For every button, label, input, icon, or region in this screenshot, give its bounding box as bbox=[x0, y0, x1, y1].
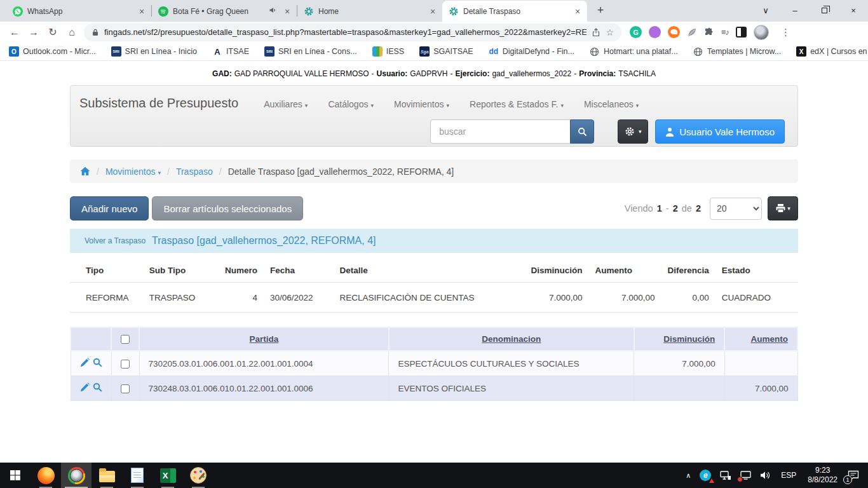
purple-cat-extension-icon[interactable] bbox=[649, 26, 661, 38]
bookmark-hotmart[interactable]: Hotmart: una plataf... bbox=[590, 46, 678, 57]
tab-search-chevron-icon[interactable]: ∨ bbox=[751, 0, 780, 20]
music-extension-icon[interactable]: ≡♪ bbox=[721, 27, 729, 37]
viewing-separator: - bbox=[666, 203, 669, 214]
tab-audio-icon[interactable] bbox=[269, 6, 278, 16]
reload-button[interactable]: ↻ bbox=[43, 23, 62, 42]
home-icon[interactable] bbox=[80, 166, 90, 176]
tab-whatsapp[interactable]: WhatsApp × bbox=[6, 1, 151, 22]
taskbar-file-explorer[interactable] bbox=[92, 463, 122, 488]
sort-denominacion-link[interactable]: Denominacion bbox=[482, 334, 541, 344]
darkreader-extension-icon[interactable] bbox=[736, 27, 747, 37]
window-close-button[interactable]: × bbox=[839, 0, 868, 20]
estado-cell: CUADRADO bbox=[715, 283, 798, 313]
back-button[interactable]: ← bbox=[5, 23, 24, 42]
notepad-icon bbox=[131, 468, 144, 483]
profile-avatar[interactable] bbox=[754, 25, 769, 40]
window-minimize-button[interactable]: – bbox=[780, 0, 810, 20]
start-button[interactable] bbox=[0, 463, 31, 488]
grammarly-extension-icon[interactable]: G bbox=[630, 26, 642, 38]
display-alert-tray-icon[interactable] bbox=[736, 463, 756, 488]
menu-movimientos[interactable]: Movimientos▾ bbox=[384, 99, 459, 109]
settings-gear-button[interactable]: ▾ bbox=[618, 119, 648, 144]
share-icon[interactable] bbox=[592, 28, 600, 37]
denominacion-cell: ESPECTÁCULOS CULTURALES Y SOCIALES bbox=[389, 351, 634, 376]
bookmark-label: edX | Cursos en líne... bbox=[810, 47, 868, 56]
tab-detalle-traspaso[interactable]: Detalle Traspaso × bbox=[442, 1, 587, 22]
taskbar-excel[interactable]: X bbox=[153, 463, 183, 488]
orange-extension-icon[interactable] bbox=[668, 26, 680, 38]
chrome-icon bbox=[68, 467, 85, 484]
keyboard-language[interactable]: ESP bbox=[775, 471, 802, 480]
tab-close-icon[interactable]: × bbox=[282, 6, 292, 17]
bookmark-edx[interactable]: XedX | Cursos en líne... bbox=[796, 46, 868, 57]
search-button[interactable] bbox=[570, 119, 594, 144]
back-to-traspaso-link[interactable]: Volver a Traspaso bbox=[85, 236, 146, 245]
network-tray-icon[interactable] bbox=[715, 463, 736, 488]
bookmark-itsae[interactable]: AITSAE bbox=[212, 46, 249, 57]
provincia-value: TSACHILA bbox=[618, 69, 656, 78]
bookmark-templates[interactable]: Templates | Microw... bbox=[693, 46, 781, 57]
traspaso-summary-table: Tipo Sub Tipo Numero Fecha Detalle Dismi… bbox=[70, 258, 798, 313]
page-size-select[interactable]: 20 bbox=[710, 198, 762, 220]
delete-selected-button[interactable]: Borrar artículos seleccionados bbox=[152, 196, 303, 220]
tray-expand-chevron-icon[interactable]: ∧ bbox=[681, 463, 695, 488]
add-new-button[interactable]: Añadir nuevo bbox=[70, 196, 149, 220]
sort-partida-link[interactable]: Partida bbox=[250, 334, 279, 344]
tab-close-icon[interactable]: × bbox=[573, 6, 583, 17]
tab-close-icon[interactable]: × bbox=[137, 6, 147, 17]
tab-title: Home bbox=[318, 7, 423, 16]
row-checkbox[interactable] bbox=[121, 360, 130, 369]
extensions-puzzle-icon[interactable] bbox=[704, 27, 714, 37]
taskbar-notepad[interactable] bbox=[122, 463, 153, 488]
clock[interactable]: 9:23 8/8/2022 bbox=[802, 466, 843, 485]
volume-tray-icon[interactable] bbox=[756, 463, 775, 488]
edit-pencil-icon[interactable] bbox=[80, 358, 90, 369]
bookmark-star-icon[interactable]: ☆ bbox=[606, 27, 614, 37]
bookmark-sgaitsae[interactable]: SgaSGAITSAE bbox=[419, 46, 473, 57]
banner-title: Traspaso [gad_vallehermos_2022, REFORMA,… bbox=[152, 235, 376, 247]
bookmark-digitaldefynd[interactable]: ddDigitalDefynd - Fin... bbox=[489, 46, 574, 57]
menu-miscelaneos[interactable]: Miscelaneos▾ bbox=[574, 99, 649, 109]
sort-aumento-link[interactable]: Aumento bbox=[751, 334, 789, 344]
tab-close-icon[interactable]: × bbox=[428, 6, 438, 17]
action-center-icon[interactable]: 1 bbox=[843, 463, 868, 488]
menu-reportes[interactable]: Reportes & Estados F.▾ bbox=[459, 99, 574, 109]
menu-catalogos[interactable]: Catálogos▾ bbox=[318, 99, 384, 109]
breadcrumb-movimientos[interactable]: Movimientos▾ bbox=[105, 166, 161, 177]
edit-pencil-icon[interactable] bbox=[80, 383, 90, 394]
bookmark-iess[interactable]: IESS bbox=[372, 46, 405, 57]
user-menu-button[interactable]: Usuario Vale Hermoso bbox=[655, 119, 785, 144]
breadcrumb-traspaso[interactable]: Traspaso bbox=[176, 166, 213, 177]
window-restore-button[interactable] bbox=[810, 0, 839, 20]
taskbar-paint[interactable] bbox=[183, 463, 214, 488]
col-disminucion: Disminución bbox=[524, 258, 588, 283]
partidas-table: Partida Denominacion Disminución Aumento… bbox=[70, 327, 798, 401]
print-button[interactable]: ▾ bbox=[768, 196, 798, 220]
view-magnifier-icon[interactable] bbox=[93, 358, 102, 369]
browser-menu-icon[interactable]: ⋮ bbox=[781, 27, 790, 38]
forward-button[interactable]: → bbox=[24, 23, 43, 42]
select-all-checkbox[interactable] bbox=[121, 335, 130, 344]
sort-disminucion-link[interactable]: Disminución bbox=[663, 334, 715, 344]
eset-tray-icon[interactable]: e bbox=[695, 463, 715, 488]
bookmark-sri-inicio[interactable]: SRISRI en Línea - Inicio bbox=[111, 46, 197, 57]
row-checkbox[interactable] bbox=[121, 384, 130, 393]
breadcrumb-separator: / bbox=[167, 166, 170, 177]
menu-auxiliares[interactable]: Auxiliares▾ bbox=[254, 99, 318, 109]
tab-home[interactable]: Home × bbox=[297, 1, 442, 22]
tab-spotify[interactable]: Bota Fé • Grag Queen × bbox=[152, 1, 297, 22]
feather-extension-icon[interactable] bbox=[687, 27, 697, 37]
new-tab-button[interactable]: + bbox=[592, 3, 609, 19]
viewing-from: 1 bbox=[657, 203, 662, 214]
view-magnifier-icon[interactable] bbox=[93, 383, 102, 394]
taskbar-chrome[interactable] bbox=[61, 463, 92, 488]
browser-home-button[interactable]: ⌂ bbox=[62, 23, 81, 42]
bookmark-outlook[interactable]: OOutlook.com - Micr... bbox=[9, 46, 96, 57]
taskbar-firefox[interactable] bbox=[31, 463, 61, 488]
address-bar[interactable]: fingads.net/sf2/presupuesto/detalle_tras… bbox=[84, 24, 621, 41]
viewing-to: 2 bbox=[673, 203, 678, 214]
actions-toolbar: Añadir nuevo Borrar artículos selecciona… bbox=[70, 196, 798, 220]
col-diferencia: Diferencia bbox=[661, 258, 715, 283]
bookmark-sri-consultas[interactable]: SRISRI en Línea - Cons... bbox=[264, 46, 357, 57]
search-input[interactable] bbox=[430, 119, 570, 144]
